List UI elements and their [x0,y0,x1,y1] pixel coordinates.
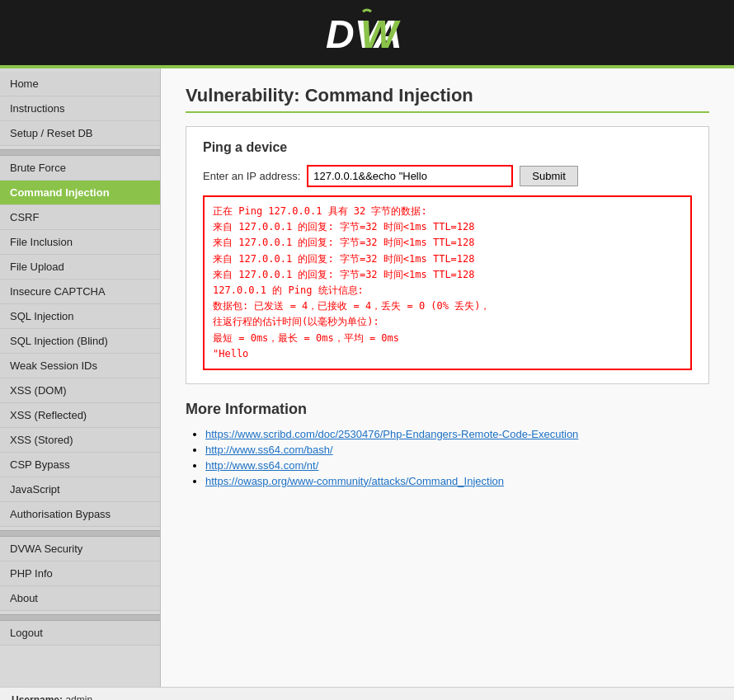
footer-username: Username: admin [12,694,110,700]
output-line: "Hello [213,346,682,362]
sidebar-item-insecure-captcha[interactable]: Insecure CAPTCHA [0,280,160,304]
links-list: https://www.scribd.com/doc/2530476/Php-E… [186,428,709,487]
sidebar-item-csrf[interactable]: CSRF [0,205,160,230]
info-link[interactable]: http://www.ss64.com/nt/ [205,459,318,472]
sidebar-divider-3 [0,614,160,621]
submit-button[interactable]: Submit [520,166,577,186]
sidebar-divider-1 [0,149,160,156]
sidebar-item-command-injection[interactable]: Command Injection [0,181,160,205]
sidebar-item-home[interactable]: Home [0,72,160,96]
sidebar-item-javascript[interactable]: JavaScript [0,477,160,502]
command-output: 正在 Ping 127.0.0.1 具有 32 字节的数据:来自 127.0.0… [203,195,692,370]
output-line: 127.0.0.1 的 Ping 统计信息: [213,283,682,298]
list-item: http://www.ss64.com/bash/ [205,444,709,456]
output-line: 最短 = 0ms，最长 = 0ms，平均 = 0ms [213,331,682,346]
sidebar: Home Instructions Setup / Reset DB Brute… [0,68,161,687]
sidebar-item-xss-stored[interactable]: XSS (Stored) [0,428,160,453]
app-wrapper: Home Instructions Setup / Reset DB Brute… [0,68,734,687]
page-title: Vulnerability: Command Injection [186,85,709,113]
output-line: 往返行程的估计时间(以毫秒为单位): [213,314,682,330]
sidebar-item-weak-session-ids[interactable]: Weak Session IDs [0,354,160,378]
more-info-title: More Information [186,401,709,418]
username-label: Username: [12,694,63,700]
ip-label: Enter an IP address: [203,170,300,182]
info-link[interactable]: https://owasp.org/www-community/attacks/… [205,475,504,487]
list-item: http://www.ss64.com/nt/ [205,459,709,472]
sidebar-item-sql-injection[interactable]: SQL Injection [0,304,160,329]
sidebar-item-setup[interactable]: Setup / Reset DB [0,121,160,146]
output-line: 来自 127.0.0.1 的回复: 字节=32 时间<1ms TTL=128 [213,235,682,251]
info-link[interactable]: http://www.ss64.com/bash/ [205,444,333,456]
input-row: Enter an IP address: Submit [203,165,692,187]
sidebar-top-group: Home Instructions Setup / Reset DB [0,72,160,146]
svg-text:W: W [360,12,401,56]
ip-input[interactable] [307,165,513,187]
sidebar-item-csp-bypass[interactable]: CSP Bypass [0,453,160,477]
sidebar-item-sql-injection-blind[interactable]: SQL Injection (Blind) [0,329,160,354]
sidebar-item-file-inclusion[interactable]: File Inclusion [0,230,160,255]
output-line: 来自 127.0.0.1 的回复: 字节=32 时间<1ms TTL=128 [213,251,682,267]
list-item: https://owasp.org/www-community/attacks/… [205,475,709,487]
sidebar-item-authorisation-bypass[interactable]: Authorisation Bypass [0,502,160,527]
sidebar-item-logout[interactable]: Logout [0,621,160,646]
sidebar-item-file-upload[interactable]: File Upload [0,255,160,280]
footer: Username: admin Security Level: low Loca… [0,687,734,700]
output-line: 正在 Ping 127.0.0.1 具有 32 字节的数据: [213,204,682,219]
sidebar-item-xss-reflected[interactable]: XSS (Reflected) [0,403,160,428]
logo: DV A W [0,8,734,60]
sidebar-bottom-group: DVWA Security PHP Info About [0,537,160,611]
sidebar-item-dvwa-security[interactable]: DVWA Security [0,537,160,561]
sidebar-item-about[interactable]: About [0,586,160,611]
list-item: https://www.scribd.com/doc/2530476/Php-E… [205,428,709,440]
header: DV A W [0,0,734,68]
footer-left: Username: admin Security Level: low Loca… [12,694,110,700]
main-content: Vulnerability: Command Injection Ping a … [161,68,734,687]
sidebar-item-xss-dom[interactable]: XSS (DOM) [0,378,160,403]
ping-panel: Ping a device Enter an IP address: Submi… [186,126,709,384]
info-link[interactable]: https://www.scribd.com/doc/2530476/Php-E… [205,428,578,440]
panel-title: Ping a device [203,140,692,155]
sidebar-item-instructions[interactable]: Instructions [0,96,160,121]
sidebar-vuln-group: Brute Force Command Injection CSRF File … [0,156,160,527]
sidebar-logout-group: Logout [0,621,160,646]
output-line: 来自 127.0.0.1 的回复: 字节=32 时间<1ms TTL=128 [213,219,682,235]
sidebar-divider-2 [0,530,160,537]
output-line: 数据包: 已发送 = 4，已接收 = 4，丢失 = 0 (0% 丢失)， [213,298,682,314]
output-line: 来自 127.0.0.1 的回复: 字节=32 时间<1ms TTL=128 [213,267,682,283]
username-value: admin [65,694,92,700]
sidebar-item-brute-force[interactable]: Brute Force [0,156,160,181]
sidebar-item-php-info[interactable]: PHP Info [0,561,160,586]
